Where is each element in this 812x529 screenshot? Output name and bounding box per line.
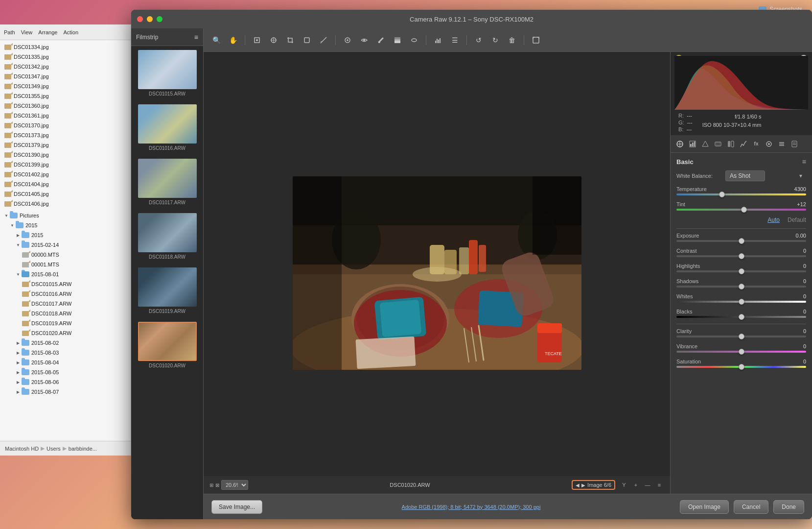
fx-btn[interactable]: fx: [751, 139, 762, 149]
filmstrip-item-6[interactable]: DSC01020.ARW: [135, 322, 199, 368]
breadcrumb-users[interactable]: Users: [46, 446, 61, 452]
straighten-tool-btn[interactable]: [317, 33, 330, 47]
saturation-thumb[interactable]: [739, 364, 744, 370]
default-btn[interactable]: Default: [788, 216, 806, 223]
detail-btn[interactable]: [738, 139, 749, 149]
saturation-slider[interactable]: [676, 366, 806, 368]
whites-thumb[interactable]: [739, 299, 744, 305]
luminance-btn[interactable]: [713, 139, 723, 149]
file-item-mts1[interactable]: 00000.MTS: [0, 250, 131, 260]
temperature-thumb[interactable]: [719, 192, 725, 197]
highlights-slider[interactable]: [676, 270, 806, 272]
adjustment-brush-btn[interactable]: [374, 33, 388, 47]
file-item-dsc5[interactable]: DSC01019.ARW: [0, 318, 131, 328]
folder-item-2015-08-03[interactable]: ▶ 2015-08-03: [0, 348, 131, 358]
rotate-tool-btn[interactable]: [300, 33, 314, 47]
section-menu-icon[interactable]: ≡: [802, 158, 806, 166]
file-item[interactable]: DSC01360.jpg: [0, 101, 131, 111]
file-item-dsc4[interactable]: DSC01018.ARW: [0, 309, 131, 318]
color-info-link[interactable]: Adobe RGB (1998); 8 bit; 5472 by 3648 (2…: [402, 504, 541, 510]
file-item[interactable]: DSC01402.jpg: [0, 169, 131, 179]
clarity-slider[interactable]: [676, 336, 806, 337]
spot-removal-btn[interactable]: [341, 33, 354, 47]
file-item[interactable]: DSC01404.jpg: [0, 179, 131, 189]
file-item[interactable]: DSC01349.jpg: [0, 81, 131, 91]
done-button[interactable]: Done: [773, 500, 804, 514]
hsl-btn[interactable]: [700, 139, 711, 149]
breadcrumb-hd[interactable]: Macintosh HD: [5, 446, 39, 452]
histogram-btn[interactable]: [431, 33, 445, 47]
rotate-right-btn[interactable]: ↻: [488, 33, 502, 47]
compare-icon[interactable]: Y: [619, 480, 629, 490]
finder-nav-path[interactable]: Path: [4, 29, 15, 35]
presets-btn[interactable]: [776, 139, 787, 149]
finder-nav-arrange[interactable]: Arrange: [38, 29, 57, 35]
file-item[interactable]: DSC01390.jpg: [0, 150, 131, 160]
filmstrip-menu-icon[interactable]: ≡: [194, 33, 198, 41]
save-image-button[interactable]: Save Image...: [211, 500, 262, 514]
temperature-slider[interactable]: [676, 193, 806, 195]
finder-nav-action[interactable]: Action: [63, 29, 78, 35]
file-item[interactable]: DSC01379.jpg: [0, 140, 131, 150]
preview-icon[interactable]: +: [631, 480, 641, 490]
maximize-button[interactable]: [157, 16, 162, 22]
camera-calib-btn[interactable]: [764, 139, 774, 149]
highlights-thumb[interactable]: [739, 268, 744, 274]
delete-btn[interactable]: 🗑: [505, 33, 519, 47]
color-sampler-btn[interactable]: [250, 33, 264, 47]
hand-tool-btn[interactable]: ✋: [226, 33, 240, 47]
filmstrip-item-5[interactable]: DSC01019.ARW: [135, 267, 199, 314]
folder-item-2015[interactable]: ▼ 2015: [0, 220, 131, 230]
contrast-thumb[interactable]: [739, 253, 744, 259]
folder-item-2015-08-05[interactable]: ▶ 2015-08-05: [0, 367, 131, 377]
clarity-thumb[interactable]: [739, 334, 744, 339]
file-item[interactable]: DSC01361.jpg: [0, 111, 131, 120]
file-item-dsc3[interactable]: DSC01017.ARW: [0, 299, 131, 309]
exposure-slider[interactable]: [676, 240, 806, 242]
tone-curve-btn[interactable]: [687, 139, 698, 149]
file-item[interactable]: DSC01342.jpg: [0, 62, 131, 72]
whites-slider[interactable]: [676, 301, 806, 303]
open-image-button[interactable]: Open Image: [680, 500, 729, 514]
file-item[interactable]: DSC01334.jpg: [0, 42, 131, 52]
folder-item-2015-02-14[interactable]: ▼ 2015-02-14: [0, 240, 131, 250]
file-item[interactable]: DSC01335.jpg: [0, 52, 131, 62]
file-item-dsc1[interactable]: DSC01015.ARW: [0, 279, 131, 289]
file-item[interactable]: DSC01373.jpg: [0, 130, 131, 140]
folder-item-2015-08-04[interactable]: ▶ 2015-08-04: [0, 358, 131, 367]
filmstrip-item-4[interactable]: DSC01018.ARW: [135, 213, 199, 260]
folder-item-2015-inner[interactable]: ▶ 2015: [0, 230, 131, 240]
file-item[interactable]: DSC01406.jpg: [0, 199, 131, 209]
filmstrip-item-2[interactable]: DSC01016.ARW: [135, 104, 199, 151]
fullscreen-btn[interactable]: [529, 33, 543, 47]
rotate-left-btn[interactable]: ↺: [472, 33, 486, 47]
filmstrip-item-1[interactable]: DSC01015.ARW: [135, 50, 199, 96]
folder-item-2015-08-01[interactable]: ▼ 2015-08-01: [0, 269, 131, 279]
file-item-mts2[interactable]: 00001.MTS: [0, 260, 131, 269]
blacks-slider[interactable]: [676, 316, 806, 318]
auto-btn[interactable]: Auto: [767, 216, 780, 223]
breadcrumb-user[interactable]: barbbinde...: [69, 446, 97, 452]
cancel-button[interactable]: Cancel: [734, 500, 768, 514]
contrast-slider[interactable]: [676, 255, 806, 257]
blacks-thumb[interactable]: [739, 314, 744, 320]
file-item-dsc6[interactable]: DSC01020.ARW: [0, 328, 131, 338]
white-balance-select[interactable]: As Shot Auto Daylight Cloudy Shade Tungs…: [725, 170, 765, 181]
vibrance-slider[interactable]: [676, 351, 806, 353]
file-item[interactable]: DSC01355.jpg: [0, 91, 131, 101]
tint-thumb[interactable]: [741, 207, 747, 213]
toggle-icon[interactable]: —: [643, 480, 652, 490]
folder-item-2015-08-06[interactable]: ▶ 2015-08-06: [0, 377, 131, 387]
folder-item-2015-08-02[interactable]: ▶ 2015-08-02: [0, 338, 131, 348]
close-button[interactable]: [137, 16, 143, 22]
file-item[interactable]: DSC01370.jpg: [0, 120, 131, 130]
nav-next-btn[interactable]: ▶: [581, 482, 585, 488]
vibrance-thumb[interactable]: [739, 349, 744, 355]
shadows-thumb[interactable]: [739, 284, 744, 289]
file-item[interactable]: DSC01347.jpg: [0, 72, 131, 81]
flag-btn[interactable]: ☰: [448, 33, 462, 47]
target-adjustment-btn[interactable]: [267, 33, 280, 47]
crop-tool-btn[interactable]: [283, 33, 297, 47]
split-toning-btn[interactable]: [725, 139, 736, 149]
exposure-thumb[interactable]: [739, 238, 744, 244]
